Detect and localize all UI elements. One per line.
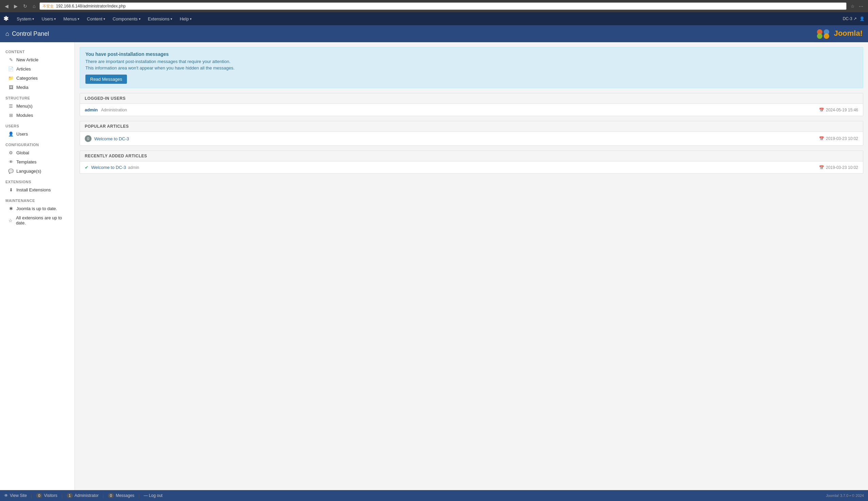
sidebar-item-media[interactable]: 🖼 Media [0,83,75,92]
joomla-nav-logo: ✱ [3,15,9,22]
dc3-link[interactable]: DC-3 ↗ [843,17,857,21]
sidebar-item-templates[interactable]: 👁 Templates [0,157,75,167]
users-icon: 👤 [8,131,14,137]
visitors-badge: 0 [36,493,42,498]
sidebar-item-articles[interactable]: 📄 Articles [0,64,75,74]
sidebar-section-extensions: EXTENSIONS [0,176,75,185]
security-warning: 不安全 [43,4,54,9]
user-last-login: 📅 2024-05-19 15:46 [819,108,858,113]
url-display: 192.168.6.148/administrator/index.php [56,4,125,9]
recently-added-date: 📅 2019-03-23 10:02 [819,165,858,170]
ext-update-label: All extensions are up to date. [16,215,69,225]
messages-badge: 0 [108,493,114,498]
chevron-down-icon: ▾ [171,17,172,21]
nav-item-content[interactable]: Content ▾ [84,14,109,23]
sidebar-item-install-extensions[interactable]: ⬇ Install Extensions [0,185,75,194]
sidebar-section-maintenance: MAINTENANCE [0,194,75,204]
home-button[interactable]: ⌂ [31,2,37,10]
forward-button[interactable]: ▶ [13,2,19,10]
recently-added-link[interactable]: Welcome to DC-3 [91,165,126,170]
nav-item-extensions[interactable]: Extensions ▾ [145,14,176,23]
chevron-down-icon: ▾ [54,17,56,21]
sidebar-item-categories[interactable]: 📁 Categories [0,74,75,83]
edit-icon: ✎ [8,57,14,62]
post-install-title: You have post-installation messages [85,51,857,57]
sidebar-item-joomla-update: ✱ Joomla is up to date. [0,204,75,213]
bookmark-btn[interactable]: ☆ [849,3,856,10]
eye-icon: 👁 [8,159,14,164]
header-title-area: ⌂ Control Panel [6,30,49,38]
visitors-item[interactable]: 0 Visitors [36,493,57,498]
nav-item-menus[interactable]: Menus ▾ [60,14,83,23]
address-bar[interactable]: 不安全 192.168.6.148/administrator/index.ph… [40,2,847,10]
separator: | [61,493,62,498]
logged-in-users-header: LOGGED-IN USERS [80,93,863,104]
article-icon: 📄 [8,66,14,72]
sidebar-section-users: USERS [0,120,75,129]
popular-article-date: 📅 2019-03-23 10:02 [819,136,858,141]
back-button[interactable]: ◀ [3,2,10,10]
admin-item[interactable]: 1 Administrator [67,493,99,498]
footer-bar: 👁 View Site | 0 Visitors | 1 Administrat… [0,490,868,501]
chevron-down-icon: ▾ [78,17,79,21]
calendar-icon: 📅 [819,165,824,170]
top-nav: ✱ System ▾ Users ▾ Menus ▾ Content ▾ Com… [0,12,868,25]
nav-item-users[interactable]: Users ▾ [38,14,59,23]
read-messages-button[interactable]: Read Messages [85,75,127,84]
popular-articles-panel: POPULAR ARTICLES 0 Welcome to DC-3 📅 201… [80,121,863,146]
admin-label: Administrator [75,493,99,498]
menu-icon: ☰ [8,104,14,109]
sidebar-item-global[interactable]: ⚙ Global [0,148,75,157]
sidebar-item-new-article[interactable]: ✎ New Article [0,55,75,64]
sidebar-item-languages[interactable]: 💬 Language(s) [0,167,75,176]
check-icon: ✔ [85,165,88,170]
popular-article-link[interactable]: Welcome to DC-3 [94,136,129,141]
recently-added-date-value: 2019-03-23 10:02 [826,165,858,170]
sidebar-section-content: CONTENT [0,46,75,55]
user-account-icon[interactable]: 👤 [859,17,865,21]
logout-label: — Log out [144,493,162,498]
user-login-date: 2024-05-19 15:46 [826,108,858,113]
sidebar: CONTENT ✎ New Article 📄 Articles 📁 Categ… [0,42,75,490]
joomla-update-label: Joomla is up to date. [17,206,57,211]
popular-article-info: 0 Welcome to DC-3 [85,135,129,142]
sidebar-item-ext-update: ☆ All extensions are up to date. [0,213,75,227]
nav-item-system[interactable]: System ▾ [13,14,37,23]
refresh-button[interactable]: ↻ [22,2,29,10]
recently-added-panel: RECENTLY ADDED ARTICLES ✔ Welcome to DC-… [80,150,863,174]
recently-added-info: ✔ Welcome to DC-3 admin [85,165,139,170]
star-icon: ☆ [8,218,13,223]
logged-in-user-row: admin Administration 📅 2024-05-19 15:46 [80,104,863,116]
joomla-text: Joomla! [834,29,862,38]
nav-item-components[interactable]: Components ▾ [109,14,144,23]
more-btn[interactable]: ⋯ [857,3,865,10]
top-nav-right: DC-3 ↗ 👤 [843,17,865,21]
svg-point-3 [824,33,829,39]
sidebar-section-structure: STRUCTURE [0,92,75,102]
page-title: Control Panel [12,30,49,38]
sidebar-item-modules[interactable]: ⊞ Modules [0,111,75,120]
main-layout: CONTENT ✎ New Article 📄 Articles 📁 Categ… [0,42,868,490]
nav-item-help[interactable]: Help ▾ [176,14,195,23]
post-install-text1: There are important post-installation me… [85,59,857,64]
separator: | [139,493,140,498]
joomla-update-icon: ✱ [8,206,14,211]
separator: | [31,493,32,498]
recently-added-header: RECENTLY ADDED ARTICLES [80,151,863,161]
view-site-btn[interactable]: 👁 View Site [4,493,27,498]
user-role: Administration [101,108,127,113]
sidebar-item-menus[interactable]: ☰ Menu(s) [0,102,75,111]
sidebar-item-users[interactable]: 👤 Users [0,129,75,139]
visitors-label: Visitors [44,493,57,498]
recently-added-row: ✔ Welcome to DC-3 admin 📅 2019-03-23 10:… [80,161,863,173]
logout-item[interactable]: — Log out [144,493,162,498]
post-install-message: You have post-installation messages Ther… [80,47,863,88]
chevron-down-icon: ▾ [139,17,141,21]
modules-icon: ⊞ [8,113,14,118]
svg-point-2 [817,33,822,39]
messages-item[interactable]: 0 Messages [108,493,134,498]
username: admin [85,107,98,113]
browser-chrome: ◀ ▶ ↻ ⌂ 不安全 192.168.6.148/administrator/… [0,0,868,12]
media-icon: 🖼 [8,85,14,90]
separator: | [103,493,104,498]
